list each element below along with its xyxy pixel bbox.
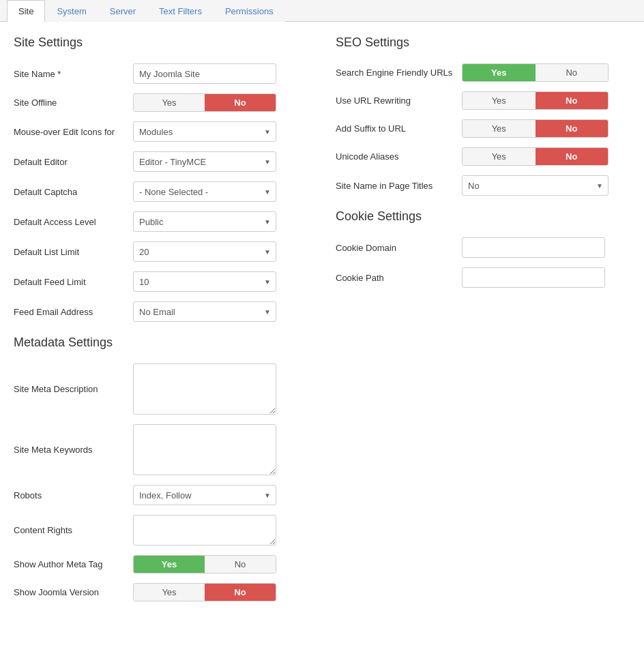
cookie-path-row: Cookie Path — [336, 267, 630, 288]
mouseover-control: Modules — [133, 121, 308, 142]
show-author-toggle: Yes No — [133, 555, 276, 573]
default-editor-label: Default Editor — [14, 157, 133, 167]
default-access-select[interactable]: Public — [133, 211, 276, 232]
sitename-titles-select-wrapper: No — [462, 175, 609, 196]
cookie-path-label: Cookie Path — [336, 273, 462, 283]
show-joomla-no-btn[interactable]: No — [205, 584, 276, 601]
site-offline-yes-btn[interactable]: Yes — [134, 94, 205, 111]
site-offline-label: Site Offline — [14, 98, 133, 108]
default-captcha-control: - None Selected - — [133, 181, 308, 202]
cookie-domain-input[interactable] — [462, 237, 605, 258]
default-access-row: Default Access Level Public — [14, 211, 308, 232]
url-rewriting-no-btn[interactable]: No — [536, 92, 609, 109]
site-name-input[interactable] — [133, 63, 276, 84]
default-list-select[interactable]: 20 — [133, 241, 276, 262]
cookie-domain-row: Cookie Domain — [336, 237, 630, 258]
mouseover-select-wrapper: Modules — [133, 121, 276, 142]
main-content: Site Settings Site Name * Site Offline Y… — [0, 22, 644, 625]
tabs-bar: Site System Server Text Filters Permissi… — [0, 0, 644, 22]
mouseover-select[interactable]: Modules — [133, 121, 276, 142]
default-feed-select[interactable]: 10 — [133, 271, 276, 292]
meta-desc-textarea[interactable] — [133, 363, 276, 415]
metadata-settings-title: Metadata Settings — [14, 336, 308, 350]
meta-keywords-label: Site Meta Keywords — [14, 445, 133, 455]
unicode-yes-btn[interactable]: Yes — [463, 148, 536, 165]
robots-select[interactable]: Index, Follow — [133, 485, 276, 505]
meta-desc-label: Site Meta Description — [14, 384, 133, 394]
meta-desc-row: Site Meta Description — [14, 363, 308, 415]
add-suffix-no-btn[interactable]: No — [536, 120, 609, 137]
meta-keywords-control — [133, 424, 308, 475]
mouseover-label: Mouse-over Edit Icons for — [14, 127, 133, 137]
default-captcha-row: Default Captcha - None Selected - — [14, 181, 308, 202]
content-rights-textarea[interactable] — [133, 515, 276, 546]
unicode-label: Unicode Aliases — [336, 151, 462, 162]
robots-select-wrapper: Index, Follow — [133, 485, 276, 505]
show-author-yes-btn[interactable]: Yes — [134, 556, 205, 573]
unicode-row: Unicode Aliases Yes No — [336, 147, 630, 166]
add-suffix-yes-btn[interactable]: Yes — [463, 120, 536, 137]
add-suffix-label: Add Suffix to URL — [336, 123, 462, 134]
url-rewriting-label: Use URL Rewriting — [336, 95, 462, 106]
add-suffix-row: Add Suffix to URL Yes No — [336, 119, 630, 138]
url-rewriting-row: Use URL Rewriting Yes No — [336, 91, 630, 110]
mouseover-row: Mouse-over Edit Icons for Modules — [14, 121, 308, 142]
default-access-select-wrapper: Public — [133, 211, 276, 232]
content-rights-control — [133, 515, 308, 546]
left-column: Site Settings Site Name * Site Offline Y… — [14, 35, 308, 611]
sef-label: Search Engine Friendly URLs — [336, 68, 462, 78]
cookie-path-input[interactable] — [462, 267, 605, 288]
default-feed-select-wrapper: 10 — [133, 271, 276, 292]
robots-control: Index, Follow — [133, 485, 308, 505]
content-rights-label: Content Rights — [14, 525, 133, 535]
seo-settings-title: SEO Settings — [336, 35, 630, 50]
tab-text-filters[interactable]: Text Filters — [147, 0, 214, 22]
cookie-domain-label: Cookie Domain — [336, 243, 462, 253]
site-offline-toggle: Yes No — [133, 93, 276, 112]
default-list-select-wrapper: 20 — [133, 241, 276, 262]
robots-row: Robots Index, Follow — [14, 485, 308, 505]
show-author-row: Show Author Meta Tag Yes No — [14, 555, 308, 573]
url-rewriting-yes-btn[interactable]: Yes — [463, 92, 536, 109]
show-joomla-toggle: Yes No — [133, 583, 276, 601]
tab-permissions[interactable]: Permissions — [214, 0, 285, 22]
tab-system[interactable]: System — [45, 0, 98, 22]
show-joomla-control: Yes No — [133, 583, 308, 601]
default-access-control: Public — [133, 211, 308, 232]
default-captcha-label: Default Captcha — [14, 187, 133, 197]
unicode-no-btn[interactable]: No — [536, 148, 609, 165]
default-editor-select[interactable]: Editor - TinyMCE — [133, 151, 276, 172]
site-offline-row: Site Offline Yes No — [14, 93, 308, 112]
default-list-row: Default List Limit 20 — [14, 241, 308, 262]
show-author-no-btn[interactable]: No — [205, 556, 276, 573]
default-captcha-select-wrapper: - None Selected - — [133, 181, 276, 202]
content-rights-row: Content Rights — [14, 515, 308, 546]
meta-desc-control — [133, 363, 308, 415]
site-name-row: Site Name * — [14, 63, 308, 84]
site-name-control — [133, 63, 308, 84]
default-captcha-select[interactable]: - None Selected - — [133, 181, 276, 202]
default-list-control: 20 — [133, 241, 308, 262]
tab-server[interactable]: Server — [98, 0, 147, 22]
sef-no-btn[interactable]: No — [536, 64, 609, 81]
site-name-label: Site Name * — [14, 69, 133, 79]
show-author-control: Yes No — [133, 555, 308, 573]
feed-email-label: Feed Email Address — [14, 307, 133, 317]
meta-keywords-textarea[interactable] — [133, 424, 276, 475]
default-feed-control: 10 — [133, 271, 308, 292]
feed-email-row: Feed Email Address No Email — [14, 301, 308, 322]
show-joomla-yes-btn[interactable]: Yes — [134, 584, 205, 601]
feed-email-select[interactable]: No Email — [133, 301, 276, 322]
show-joomla-row: Show Joomla Version Yes No — [14, 583, 308, 601]
default-feed-row: Default Feed Limit 10 — [14, 271, 308, 292]
right-column: SEO Settings Search Engine Friendly URLs… — [336, 35, 630, 611]
sef-yes-btn[interactable]: Yes — [463, 64, 536, 81]
tab-site[interactable]: Site — [7, 0, 45, 22]
add-suffix-toggle: Yes No — [462, 119, 609, 138]
meta-keywords-row: Site Meta Keywords — [14, 424, 308, 475]
feed-email-select-wrapper: No Email — [133, 301, 276, 322]
url-rewriting-toggle: Yes No — [462, 91, 609, 110]
site-offline-control: Yes No — [133, 93, 308, 112]
site-offline-no-btn[interactable]: No — [205, 94, 276, 111]
sitename-titles-select[interactable]: No — [462, 175, 609, 196]
